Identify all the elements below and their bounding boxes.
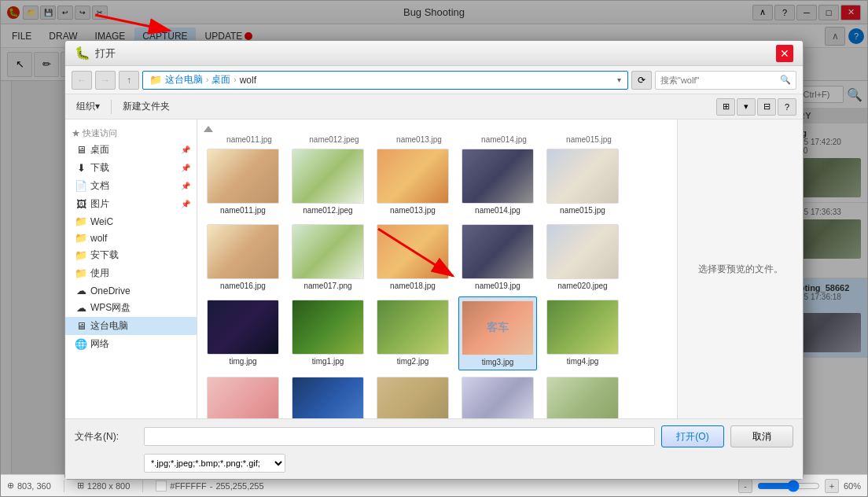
thumb-name-name018.jpg: name018.jpg <box>390 282 436 290</box>
file-thumb-timg9-jpg[interactable]: timg9.jpg <box>543 374 622 418</box>
organize-btn[interactable]: 组织▾ <box>72 98 105 115</box>
thumb-name-name012.jpeg: name012.jpeg <box>303 206 352 215</box>
dialog-nav: ← → ↑ 📁 这台电脑 › 桌面 › wolf ▾ ⟳ <box>65 66 803 94</box>
thumb-image-name012.jpeg <box>292 149 364 204</box>
pin-icon-4: 📌 <box>181 200 190 208</box>
refresh-btn[interactable]: ⟳ <box>631 71 652 90</box>
thumb-image-name016.jpg <box>207 224 279 279</box>
tree-item-thispc[interactable]: 🖥 这台电脑 <box>65 317 197 335</box>
thumb-image-name019.jpg <box>462 224 534 279</box>
new-folder-btn[interactable]: 新建文件夹 <box>118 98 175 115</box>
tree-item-weic[interactable]: 📁 WeiC <box>65 213 197 230</box>
file-thumb-timg4-jpg[interactable]: timg4.jpg <box>543 296 622 370</box>
thumb-name-name011.jpg: name011.jpg <box>220 206 266 215</box>
thumb-image-name015.jpg <box>546 149 619 204</box>
zoom-slider[interactable] <box>757 480 820 492</box>
nav-back-btn[interactable]: ← <box>72 71 92 90</box>
file-header-name012.jpeg: name012.jpeg <box>295 135 373 144</box>
file-thumb-timg6-jpg[interactable]: timg6.jpg <box>289 374 367 418</box>
thumb-name-name014.jpg: name014.jpg <box>475 206 520 215</box>
tree-item-anzaizai[interactable]: 📁 安下载 <box>65 246 197 264</box>
file-thumb-timg2-jpg[interactable]: timg2.jpg <box>373 296 452 370</box>
file-thumb-timg-jpg[interactable]: timg.jpg <box>204 296 282 370</box>
file-thumb-name013-jpg[interactable]: name013.jpg <box>373 145 452 218</box>
breadcrumb-dropdown-icon[interactable]: ▾ <box>617 75 621 84</box>
scroll-up-indicator <box>204 126 213 132</box>
thumb-name-name016.jpg: name016.jpg <box>220 282 266 290</box>
file-column-headers: name011.jpgname012.jpegname013.jpgname01… <box>204 135 671 144</box>
tree-item-shiyong[interactable]: 📁 使用 <box>65 264 197 282</box>
file-thumb-timg5-jpg[interactable]: timg5.jpg <box>204 374 282 418</box>
zoom-out-btn[interactable]: - <box>738 479 752 493</box>
file-thumb-name011-jpg[interactable]: name011.jpg <box>204 145 282 218</box>
folder-an-icon: 📁 <box>75 249 87 261</box>
view-panel-btn[interactable]: ⊟ <box>757 98 776 116</box>
tree-item-network[interactable]: 🌐 网络 <box>65 335 197 353</box>
thumb-image-name011.jpg <box>207 149 279 204</box>
thumb-name-name013.jpg: name013.jpg <box>390 206 436 215</box>
help-icon[interactable]: ? <box>778 98 796 116</box>
zoom-value: 60% <box>844 481 861 491</box>
file-thumb-name012-jpeg[interactable]: name012.jpeg <box>289 145 367 218</box>
file-thumb-name020-jpeg[interactable]: name020.jpeg <box>543 221 622 293</box>
desktop-icon: 🖥 <box>75 144 87 156</box>
breadcrumb-desktop[interactable]: 桌面 <box>211 73 230 87</box>
tree-item-pictures[interactable]: 🖼 图片 📌 <box>65 195 197 213</box>
tree-item-wolf[interactable]: 📁 wolf <box>65 230 197 246</box>
search-icon-dialog: 🔍 <box>780 75 791 85</box>
filename-input[interactable] <box>144 427 655 446</box>
status-dimensions: ⊞ 1280 x 800 <box>77 480 130 491</box>
zoom-in-btn[interactable]: + <box>825 479 839 493</box>
dialog-titlebar: 🐛 打开 ✕ <box>65 41 803 66</box>
pictures-icon: 🖼 <box>75 198 87 210</box>
dimensions-value: 1280 x 800 <box>87 481 130 491</box>
file-thumb-name019-jpg[interactable]: name019.jpg <box>458 221 537 293</box>
tree-item-onedrive[interactable]: ☁ OneDrive <box>65 282 197 299</box>
file-thumb-timg1-jpg[interactable]: timg1.jpg <box>289 296 367 370</box>
tree-item-wps[interactable]: ☁ WPS网盘 <box>65 299 197 317</box>
pin-icon-3: 📌 <box>181 182 190 190</box>
sidebar-tree: ★ 快速访问 🖥 桌面 📌 ⬇ 下载 📌 📄 文档 📌 <box>65 120 197 418</box>
file-thumb-name017-png[interactable]: name017.png <box>289 221 367 293</box>
file-thumb-name015-jpg[interactable]: name015.jpg <box>543 145 622 218</box>
file-row-4: timg5.jpgtimg6.jpgtimg7.jpgtimg8.jpgtimg… <box>204 374 671 418</box>
thumb-image-name018.jpg <box>377 224 449 279</box>
view-dropdown-btn[interactable]: ▾ <box>737 98 756 116</box>
thumb-image-timg9.jpg <box>546 377 619 418</box>
thumb-image-timg3.jpg: 客车 <box>462 300 534 355</box>
watermark: 客车 <box>462 301 533 355</box>
thumb-image-timg7.jpg <box>377 377 449 418</box>
cancel-btn[interactable]: 取消 <box>730 425 793 447</box>
view-grid-btn[interactable]: ⊞ <box>716 98 735 116</box>
tree-item-docs[interactable]: 📄 文档 📌 <box>65 177 197 195</box>
file-row-1: name011.jpgname012.jpegname013.jpgname01… <box>204 145 671 218</box>
nav-forward-btn[interactable]: → <box>95 71 116 90</box>
file-thumb-name016-jpg[interactable]: name016.jpg <box>204 221 282 293</box>
file-thumb-name018-jpg[interactable]: name018.jpg <box>373 221 452 293</box>
file-filter-select[interactable]: *.jpg;*.jpeg;*.bmp;*.png;*.gif; <box>144 454 285 473</box>
tree-item-download[interactable]: ⬇ 下载 📌 <box>65 159 197 177</box>
view-buttons: ⊞ ▾ ⊟ ? <box>716 98 796 116</box>
coordinates-value: 803, 360 <box>17 481 51 491</box>
file-header-name014.jpg: name014.jpg <box>465 135 543 144</box>
file-thumb-name014-jpg[interactable]: name014.jpg <box>458 145 537 218</box>
filename-label: 文件名(N): <box>75 430 138 444</box>
open-btn[interactable]: 打开(O) <box>661 425 724 447</box>
dialog-overlay: 🐛 打开 ✕ ← → ↑ 📁 这台电脑 › 桌面 › wolf ▾ <box>1 1 867 474</box>
dialog-close-btn[interactable]: ✕ <box>776 45 793 62</box>
tree-item-desktop[interactable]: 🖥 桌面 📌 <box>65 141 197 159</box>
nav-up-btn[interactable]: ↑ <box>119 71 139 90</box>
folder-weic-icon: 📁 <box>75 215 87 227</box>
preview-panel: 选择要预览的文件。 <box>677 120 803 418</box>
dialog-footer: 文件名(N): 打开(O) 取消 *.jpg;*.jpeg;*.bmp;*.pn… <box>65 418 803 479</box>
status-coordinates: ⊕ 803, 360 <box>7 480 51 491</box>
file-header-name011.jpg: name011.jpg <box>210 135 289 144</box>
thumb-image-name014.jpg <box>462 149 534 204</box>
file-thumb-timg7-jpg[interactable]: timg7.jpg <box>373 374 452 418</box>
file-thumb-timg8-jpg[interactable]: timg8.jpg <box>458 374 537 418</box>
color-sep: - <box>210 481 213 491</box>
breadcrumb-computer[interactable]: 这台电脑 <box>165 73 203 87</box>
search-input[interactable] <box>660 75 780 85</box>
file-header-name015.jpg: name015.jpg <box>550 135 628 144</box>
file-thumb-timg3-jpg[interactable]: 客车timg3.jpg <box>458 296 537 370</box>
